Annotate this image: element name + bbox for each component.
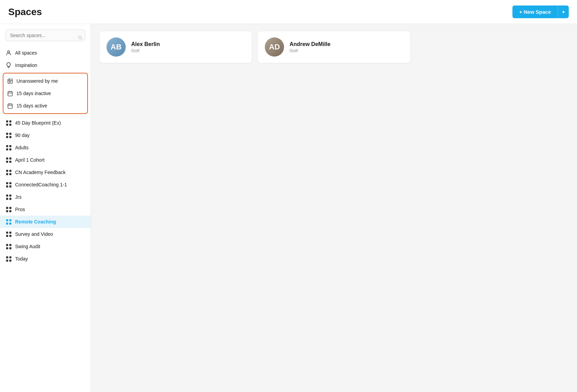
svg-rect-36: [6, 182, 8, 184]
grid-icon: [5, 182, 12, 188]
sidebar-item-label: Survey and Video: [15, 231, 53, 237]
sidebar-item-label: Inspiration: [15, 62, 37, 68]
sidebar-item-inactive[interactable]: 15 days inactive: [3, 87, 87, 100]
svg-rect-53: [9, 231, 11, 233]
svg-rect-19: [9, 124, 11, 126]
card-subtitle: Golf: [290, 48, 330, 53]
filter-group: Unanswered by me 15 days inactive: [3, 73, 88, 114]
sidebar-item-label: Pros: [15, 207, 25, 212]
avatar: AB: [106, 37, 126, 57]
svg-rect-43: [9, 198, 11, 200]
svg-rect-16: [6, 120, 8, 122]
svg-rect-42: [6, 198, 8, 200]
sidebar-item-label: Today: [15, 256, 28, 262]
grid-icon: [5, 157, 12, 163]
sidebar-item-survey-video[interactable]: Survey and Video: [0, 228, 91, 240]
svg-rect-56: [6, 244, 8, 246]
sidebar-item-label: Swing Audit: [15, 244, 40, 249]
svg-rect-23: [9, 136, 11, 138]
search-icon: [78, 35, 82, 41]
svg-rect-45: [9, 207, 11, 209]
sidebar-item-label: All spaces: [15, 50, 37, 56]
svg-rect-30: [6, 161, 8, 163]
svg-rect-35: [9, 173, 11, 175]
grid-icon: [5, 219, 12, 225]
svg-rect-24: [6, 145, 8, 147]
sidebar-item-active-filter[interactable]: 15 days active: [3, 100, 87, 112]
space-card-andrew-demille[interactable]: AD Andrew DeMille Golf: [258, 31, 410, 63]
sidebar-item-april-1[interactable]: April 1 Cohort: [0, 154, 91, 166]
sidebar-item-label: 15 days active: [16, 103, 47, 108]
grid-icon: [5, 243, 12, 250]
svg-rect-17: [9, 120, 11, 122]
grid-icon: [5, 169, 12, 175]
sidebar-item-inspiration[interactable]: Inspiration: [0, 59, 91, 71]
avatar-initials: AB: [106, 37, 126, 57]
svg-rect-22: [6, 136, 8, 138]
svg-rect-41: [9, 194, 11, 196]
sidebar-item-jrs[interactable]: Jrs: [0, 191, 91, 203]
grid-icon: [5, 231, 12, 237]
search-input[interactable]: [5, 30, 85, 41]
sidebar-item-90-day[interactable]: 90 day: [0, 129, 91, 141]
svg-rect-18: [6, 124, 8, 126]
space-groups: 45 Day Blueprint (Ex) 90 day: [0, 117, 91, 265]
svg-rect-26: [6, 148, 8, 150]
sidebar-item-remote-coaching[interactable]: Remote Coaching: [0, 216, 91, 228]
calendar-active-icon: [7, 103, 13, 109]
space-card-alex-berlin[interactable]: AB Alex Berlin Golf: [99, 31, 252, 63]
main-content: AB Alex Berlin Golf AD Andrew DeMille Go…: [91, 24, 577, 392]
svg-rect-47: [9, 210, 11, 212]
grid-icon: [5, 206, 12, 212]
new-space-button[interactable]: + New Space: [512, 5, 558, 18]
header: Spaces + New Space ▾: [0, 0, 577, 24]
avatar: AD: [265, 37, 284, 57]
svg-point-2: [8, 51, 10, 53]
sidebar-item-label: CN Academy Feedback: [15, 170, 66, 175]
card-info: Alex Berlin Golf: [131, 41, 160, 53]
sidebar-item-today[interactable]: Today: [0, 253, 91, 265]
svg-rect-32: [6, 170, 8, 172]
sidebar-item-pros[interactable]: Pros: [0, 203, 91, 216]
svg-rect-33: [9, 170, 11, 172]
sidebar-item-label: Adults: [15, 145, 29, 150]
sidebar-item-swing-audit[interactable]: Swing Audit: [0, 240, 91, 253]
sidebar-item-unanswered[interactable]: Unanswered by me: [3, 75, 87, 87]
chevron-down-icon: ▾: [562, 9, 565, 15]
svg-rect-59: [9, 247, 11, 249]
sidebar-item-45-day[interactable]: 45 Day Blueprint (Ex): [0, 117, 91, 129]
lightbulb-icon: [5, 62, 12, 68]
svg-rect-12: [8, 104, 12, 108]
svg-rect-49: [9, 219, 11, 221]
page-title: Spaces: [8, 7, 42, 18]
spaces-grid: AB Alex Berlin Golf AD Andrew DeMille Go…: [99, 31, 569, 63]
svg-rect-51: [9, 222, 11, 224]
svg-rect-40: [6, 194, 8, 196]
svg-rect-44: [6, 207, 8, 209]
svg-rect-62: [6, 260, 8, 262]
svg-rect-25: [9, 145, 11, 147]
svg-rect-48: [6, 219, 8, 221]
svg-rect-21: [9, 132, 11, 135]
sidebar-item-label: April 1 Cohort: [15, 157, 45, 163]
avatar-initials: AD: [265, 37, 284, 57]
svg-rect-60: [6, 256, 8, 258]
svg-rect-29: [9, 157, 11, 159]
sidebar-item-adults[interactable]: Adults: [0, 141, 91, 154]
sidebar-item-label: Jrs: [15, 194, 22, 200]
sidebar-item-all-spaces[interactable]: All spaces: [0, 47, 91, 59]
card-name: Alex Berlin: [131, 41, 160, 47]
svg-rect-34: [6, 173, 8, 175]
card-name: Andrew DeMille: [290, 41, 330, 47]
svg-rect-8: [8, 91, 12, 96]
new-space-dropdown-button[interactable]: ▾: [558, 5, 569, 18]
svg-rect-38: [6, 185, 8, 187]
svg-rect-52: [6, 231, 8, 233]
svg-rect-31: [9, 161, 11, 163]
sidebar-item-cn-academy[interactable]: CN Academy Feedback: [0, 166, 91, 178]
card-subtitle: Golf: [131, 48, 160, 53]
sidebar-item-connected-coaching[interactable]: ConnectedCoaching 1-1: [0, 178, 91, 191]
svg-rect-28: [6, 157, 8, 159]
unanswered-icon: [7, 78, 13, 84]
sidebar-item-label: Remote Coaching: [15, 219, 56, 224]
